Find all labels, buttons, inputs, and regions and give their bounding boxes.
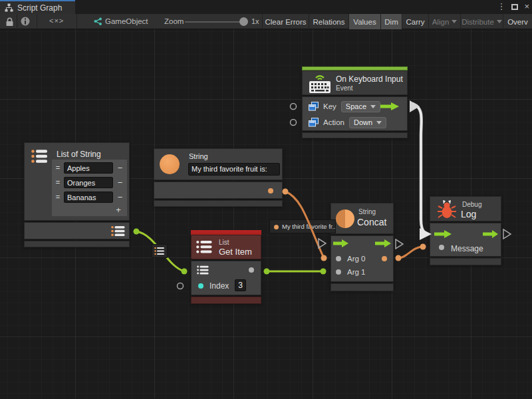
index-value-field[interactable]: 3 xyxy=(235,279,246,291)
remove-item-button[interactable]: − xyxy=(114,177,126,188)
value-tooltip: My third favorite fr... xyxy=(269,219,336,233)
add-item-button[interactable]: + xyxy=(110,205,127,216)
keyboard-footer xyxy=(302,132,408,138)
menu-dots-icon[interactable]: ⋮ xyxy=(497,1,505,12)
overview-button[interactable]: Overv xyxy=(503,14,532,29)
values-button[interactable]: Values xyxy=(348,14,380,29)
concat-footer xyxy=(331,283,394,291)
list-icon xyxy=(31,149,49,164)
key-label: Key xyxy=(323,102,336,110)
list-item-field[interactable]: Apples xyxy=(64,162,113,174)
list-icon xyxy=(154,247,165,255)
get-item-header: List Get Item xyxy=(191,235,261,259)
drag-handle-icon[interactable]: = xyxy=(53,164,63,172)
lock-icon[interactable] xyxy=(5,17,14,27)
string-type-icon xyxy=(160,154,180,174)
node-list-of-string[interactable]: List of String = Apples − = Oranges − = … xyxy=(24,142,130,247)
node-title: Log xyxy=(461,209,476,219)
list-item-field[interactable]: Oranges xyxy=(64,177,113,188)
action-icon xyxy=(309,118,319,127)
window-controls: ⋮ × xyxy=(497,1,529,12)
string-header: String My third favorite fruit is: xyxy=(154,148,283,180)
keyboard-body: Key Space Action Down xyxy=(302,96,408,131)
toolbar-separator xyxy=(37,14,37,29)
toolbar-buttons: Clear Errors Relations Values Dim Carry … xyxy=(262,14,532,29)
list-item-field[interactable]: Bananas xyxy=(64,192,113,203)
toolbar-separator xyxy=(76,14,77,29)
list-output-port-icon[interactable] xyxy=(111,225,126,237)
list-of-string-ports xyxy=(24,222,130,239)
tab-title: Script Graph xyxy=(17,3,62,13)
list-of-string-header: List of String = Apples − = Oranges − = … xyxy=(24,142,130,221)
zoom-slider-track[interactable] xyxy=(185,21,245,23)
arg1-label: Arg 1 xyxy=(347,268,366,276)
node-get-item[interactable]: List Get Item Index 3 xyxy=(191,230,261,304)
index-label: Index xyxy=(209,281,229,291)
remove-item-button[interactable]: − xyxy=(114,192,126,203)
message-label: Message xyxy=(451,244,483,253)
error-accent-strip xyxy=(191,230,261,235)
list-inline-editor: = Apples − = Oranges − = Bananas − + xyxy=(52,160,127,216)
action-label: Action xyxy=(323,118,344,126)
concat-header: String Concat xyxy=(331,203,394,234)
close-icon[interactable]: × xyxy=(524,1,529,12)
key-row: Key Space xyxy=(303,98,407,114)
list-input-port-icon[interactable] xyxy=(197,265,209,275)
drag-handle-icon[interactable]: = xyxy=(53,178,63,186)
graph-toolbar: <×> GameObject Zoom 1x Clear Errors Rela… xyxy=(0,14,532,29)
node-title: String xyxy=(189,152,208,160)
list-item-row: = Bananas − xyxy=(53,190,126,203)
dropdown-arrow-icon xyxy=(370,105,376,108)
dropdown-arrow-icon xyxy=(376,121,382,124)
get-item-footer xyxy=(191,297,261,304)
info-icon[interactable] xyxy=(21,17,30,26)
node-title: Concat xyxy=(357,217,386,227)
dropdown-arrow-icon xyxy=(452,20,457,23)
arg0-label: Arg 0 xyxy=(347,255,366,263)
keyboard-icon xyxy=(307,72,332,94)
action-dropdown[interactable]: Down xyxy=(349,117,386,128)
node-string-literal[interactable]: String My third favorite fruit is: xyxy=(154,148,283,207)
maximize-icon[interactable] xyxy=(511,4,518,10)
tab-bar: Script Graph ⋮ × xyxy=(0,0,532,14)
string-ports xyxy=(154,182,283,199)
node-title: On Keyboard Input xyxy=(336,74,403,84)
bug-icon xyxy=(436,200,458,219)
action-row: Action Down xyxy=(303,114,407,130)
node-category: String xyxy=(358,208,376,215)
node-on-keyboard-input[interactable]: On Keyboard Input Event Key Space xyxy=(302,66,408,138)
list-item-row: = Oranges − xyxy=(53,176,126,189)
keycode-icon xyxy=(309,102,319,111)
node-title: Get Item xyxy=(219,247,252,257)
list-item-row: = Apples − xyxy=(53,161,126,174)
key-dropdown[interactable]: Space xyxy=(341,101,380,112)
node-category: List xyxy=(219,239,229,246)
tab-script-graph[interactable]: Script Graph xyxy=(0,0,75,14)
string-footer xyxy=(154,200,283,207)
distribute-label: Distribute xyxy=(462,18,494,26)
clear-errors-button[interactable]: Clear Errors xyxy=(262,14,309,29)
list-of-string-footer xyxy=(24,241,130,247)
carry-button[interactable]: Carry xyxy=(402,14,428,29)
relations-button[interactable]: Relations xyxy=(309,14,348,29)
align-button[interactable]: Align xyxy=(428,14,460,29)
string-value-field[interactable]: My third favorite fruit is: xyxy=(188,163,280,176)
zoom-slider-handle[interactable] xyxy=(239,17,248,26)
node-concat[interactable]: String Concat Arg 0 Arg 1 xyxy=(331,203,394,291)
concat-body: Arg 0 Arg 1 xyxy=(331,235,394,282)
distribute-button[interactable]: Distribute xyxy=(460,14,503,29)
gameobject-icon xyxy=(93,17,102,26)
log-body: Message xyxy=(430,223,501,257)
string-value-icon xyxy=(274,225,279,229)
dim-button[interactable]: Dim xyxy=(380,14,402,29)
get-item-body: Index 3 xyxy=(191,261,261,295)
gameobject-label[interactable]: GameObject xyxy=(105,17,148,25)
code-preview-icon[interactable]: <×> xyxy=(49,17,64,25)
unity-script-graph-window: Script Graph ⋮ × <×> GameObject Zoom xyxy=(0,0,532,399)
key-value: Space xyxy=(346,102,366,110)
node-debug-log[interactable]: Debug Log Message xyxy=(430,196,501,265)
drag-handle-icon[interactable]: = xyxy=(53,193,63,201)
remove-item-button[interactable]: − xyxy=(114,162,126,174)
action-value: Down xyxy=(354,118,372,126)
zoom-value: 1x xyxy=(251,17,259,25)
